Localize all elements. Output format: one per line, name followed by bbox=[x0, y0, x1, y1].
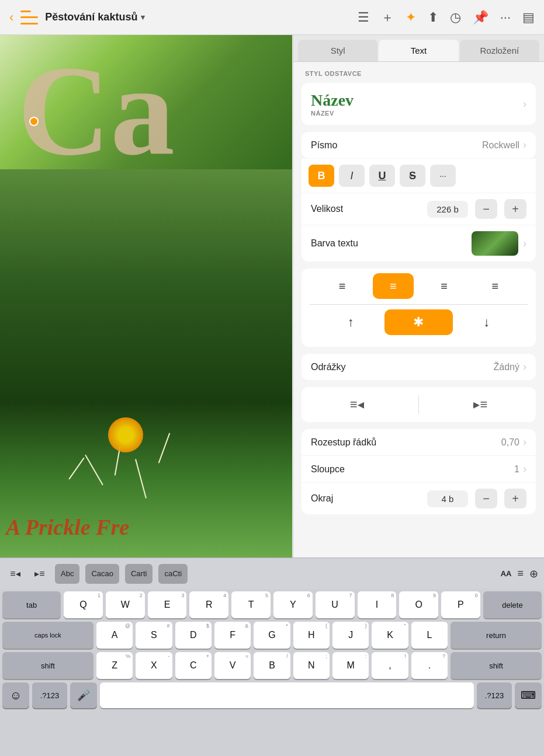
key-Z[interactable]: Z% bbox=[96, 652, 133, 679]
autocomplete-word1[interactable]: Cacao bbox=[85, 564, 119, 584]
key-period[interactable]: .? bbox=[411, 652, 448, 679]
key-W[interactable]: W2 bbox=[106, 591, 145, 618]
format-toolbar-icon[interactable]: ⊕ bbox=[529, 567, 538, 580]
bullets-value: Žádný bbox=[494, 362, 519, 372]
font-chevron-icon: › bbox=[523, 139, 526, 151]
key-T[interactable]: T5 bbox=[231, 591, 271, 618]
align-justify-button[interactable]: ≡ bbox=[474, 273, 515, 299]
shift-right-key[interactable]: shift bbox=[451, 652, 542, 679]
underline-button[interactable]: U bbox=[369, 165, 395, 187]
margin-decrease-button[interactable]: − bbox=[475, 489, 497, 508]
key-K[interactable]: K" bbox=[372, 622, 408, 649]
indent-in-toolbar-button[interactable]: ▸≡ bbox=[30, 564, 49, 584]
reader-icon[interactable]: ▤ bbox=[522, 10, 535, 25]
key-U[interactable]: U7 bbox=[316, 591, 355, 618]
key-X[interactable]: X- bbox=[136, 652, 172, 679]
mic-key[interactable]: 🎤 bbox=[70, 682, 97, 708]
key-C[interactable]: C+ bbox=[175, 652, 212, 679]
key-P[interactable]: P0 bbox=[441, 591, 480, 618]
indent-out-toolbar-button[interactable]: ≡◂ bbox=[6, 564, 25, 584]
key-Y[interactable]: Y6 bbox=[273, 591, 313, 618]
num-key-left[interactable]: .?123 bbox=[32, 682, 67, 708]
tab-text[interactable]: Text bbox=[379, 40, 458, 61]
key-I[interactable]: I8 bbox=[358, 591, 397, 618]
keyboard-dismiss-key[interactable]: ⌨ bbox=[515, 682, 542, 708]
columns-row[interactable]: Sloupce 1 › bbox=[302, 456, 536, 482]
size-decrease-button[interactable]: − bbox=[475, 199, 497, 219]
abc-button[interactable]: Abc bbox=[55, 564, 79, 584]
list-icon[interactable]: ☰ bbox=[358, 10, 369, 25]
key-L[interactable]: L bbox=[411, 622, 448, 649]
more-format-button[interactable]: ··· bbox=[430, 165, 456, 187]
margin-increase-button[interactable]: + bbox=[504, 489, 526, 508]
key-E[interactable]: E3 bbox=[148, 591, 187, 618]
key-F[interactable]: F& bbox=[214, 622, 251, 649]
key-M[interactable]: M: bbox=[332, 652, 369, 679]
valign-middle-button[interactable]: ✱ bbox=[384, 309, 452, 335]
key-V[interactable]: V= bbox=[214, 652, 251, 679]
space-key[interactable] bbox=[100, 682, 474, 708]
valign-bottom-button[interactable]: ↓ bbox=[453, 309, 521, 335]
color-chevron-icon: › bbox=[523, 238, 526, 250]
color-swatch[interactable] bbox=[472, 231, 518, 256]
spacing-row[interactable]: Rozestup řádků 0,70 › bbox=[302, 429, 536, 455]
align-center-button[interactable]: ≡ bbox=[373, 273, 414, 299]
italic-button[interactable]: I bbox=[339, 165, 365, 187]
key-S[interactable]: S# bbox=[136, 622, 172, 649]
font-row[interactable]: Písmo Rockwell › bbox=[302, 132, 536, 158]
key-O[interactable]: O9 bbox=[399, 591, 438, 618]
key-N[interactable]: N; bbox=[293, 652, 330, 679]
key-A[interactable]: A@ bbox=[96, 622, 133, 649]
canvas-content: Ca A Prickle Fre bbox=[0, 35, 292, 558]
add-icon[interactable]: ＋ bbox=[381, 9, 394, 26]
tab-key[interactable]: tab bbox=[2, 591, 61, 618]
sidebar-toggle-button[interactable] bbox=[20, 11, 38, 25]
key-B[interactable]: B/ bbox=[254, 652, 290, 679]
canvas-area[interactable]: Ca A Prickle Fre bbox=[0, 35, 292, 558]
emoji-key[interactable]: ☺ bbox=[2, 682, 29, 708]
title-dropdown-icon[interactable]: ▾ bbox=[141, 13, 145, 22]
autocomplete-word2[interactable]: Carti bbox=[125, 564, 153, 584]
horizontal-align-row: ≡ ≡ ≡ ≡ bbox=[310, 269, 528, 304]
key-J[interactable]: J) bbox=[332, 622, 369, 649]
shift-left-key[interactable]: shift bbox=[2, 652, 93, 679]
paragraph-style-row[interactable]: Název NÁZEV › bbox=[302, 83, 536, 125]
tab-style[interactable]: Styl bbox=[298, 40, 377, 61]
selection-handle[interactable] bbox=[29, 117, 39, 126]
magic-icon[interactable]: ✦ bbox=[406, 10, 416, 25]
style-label: NÁZEV bbox=[311, 110, 354, 117]
tab-layout[interactable]: Rozložení bbox=[460, 40, 539, 61]
indent-increase-button[interactable]: ▸≡ bbox=[445, 392, 515, 417]
key-comma[interactable]: ,! bbox=[372, 652, 408, 679]
key-R[interactable]: R4 bbox=[189, 591, 228, 618]
caps-lock-key[interactable]: caps lock bbox=[2, 622, 93, 649]
num-key-right[interactable]: .?123 bbox=[477, 682, 512, 708]
autocomplete-word3[interactable]: caCti bbox=[158, 564, 188, 584]
strikethrough-button[interactable]: S bbox=[400, 165, 425, 187]
key-Q[interactable]: Q1 bbox=[64, 591, 103, 618]
key-rows: tab Q1 W2 E3 R4 T5 Y6 U7 I8 O9 P0 delete… bbox=[0, 589, 544, 756]
bullets-row[interactable]: Odrážky Žádný › bbox=[302, 354, 536, 380]
key-H[interactable]: H( bbox=[293, 622, 330, 649]
columns-chevron-icon: › bbox=[523, 463, 526, 475]
pin-icon[interactable]: 📌 bbox=[473, 10, 488, 25]
indent-decrease-button[interactable]: ≡◂ bbox=[322, 392, 392, 417]
back-button[interactable]: ‹ bbox=[9, 10, 13, 25]
share-icon[interactable]: ⬆ bbox=[428, 10, 438, 25]
key-D[interactable]: D$ bbox=[175, 622, 212, 649]
text-size-toggle[interactable]: AA bbox=[501, 569, 512, 578]
delete-key[interactable]: delete bbox=[483, 591, 542, 618]
key-G[interactable]: G* bbox=[254, 622, 290, 649]
bold-button[interactable]: B bbox=[309, 165, 334, 187]
align-right-button[interactable]: ≡ bbox=[424, 273, 465, 299]
color-row[interactable]: Barva textu › bbox=[302, 225, 536, 262]
key-row-1: tab Q1 W2 E3 R4 T5 Y6 U7 I8 O9 P0 delete bbox=[2, 591, 542, 618]
align-toolbar-icon[interactable]: ≡ bbox=[517, 567, 524, 580]
history-icon[interactable]: ◷ bbox=[450, 10, 461, 25]
return-key[interactable]: return bbox=[451, 622, 542, 649]
align-left-button[interactable]: ≡ bbox=[322, 273, 363, 299]
size-increase-button[interactable]: + bbox=[504, 199, 526, 219]
valign-top-button[interactable]: ↑ bbox=[317, 309, 384, 335]
more-icon[interactable]: ··· bbox=[500, 10, 511, 25]
color-label: Barva textu bbox=[311, 238, 472, 249]
